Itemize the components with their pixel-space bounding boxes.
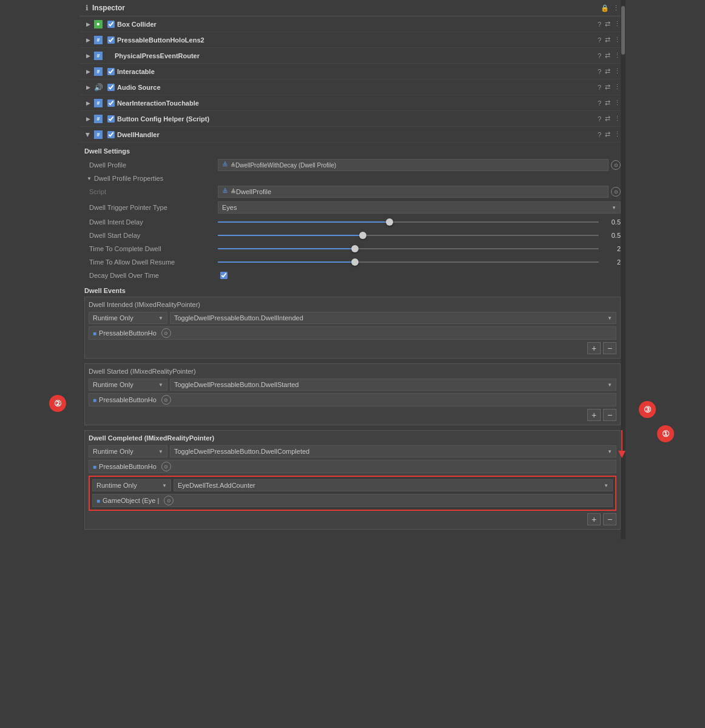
more-icon-interactable[interactable]: ⋮	[614, 67, 621, 75]
lock-icon[interactable]: 🔒	[601, 4, 609, 12]
complete-dwell-label: Time To Complete Dwell	[84, 245, 218, 252]
more-icon-button-config[interactable]: ⋮	[614, 115, 621, 123]
event-object-started[interactable]: ■ PressableButtonHo ⊙	[89, 393, 616, 406]
event-object-add-counter[interactable]: ■ GameObject (Eye | ⊙	[92, 494, 613, 507]
arrow-physical-press: ▶	[84, 52, 92, 59]
object-icon-intended: ■	[93, 330, 96, 337]
help-icon-near-interaction[interactable]: ?	[598, 99, 601, 107]
annotation-number-1: ①	[657, 425, 674, 442]
dwell-profile-object-field[interactable]: ≜ ≜DwellProfileWithDecay (Dwell Profile)	[218, 159, 609, 171]
settings-icon-audio[interactable]: ⇄	[605, 83, 610, 91]
name-dwell-handler: DwellHandler	[117, 131, 598, 138]
menu-icon[interactable]: ⋮	[613, 4, 619, 12]
checkbox-box-collider[interactable]	[107, 21, 115, 28]
help-icon-box-collider[interactable]: ?	[598, 21, 601, 28]
object-target-add-counter[interactable]: ⊙	[164, 496, 174, 505]
component-row-dwell-handler[interactable]: ▶ # DwellHandler ? ⇄ ⋮	[79, 127, 626, 143]
event-remove-btn-intended[interactable]: −	[603, 342, 616, 354]
component-row-near-interaction[interactable]: ▶ # NearInteractionTouchable ? ⇄ ⋮	[79, 95, 626, 111]
complete-dwell-track[interactable]	[218, 248, 599, 249]
component-row-interactable[interactable]: ▶ # Interactable ? ⇄ ⋮	[79, 64, 626, 79]
event-runtime-intended[interactable]: Runtime Only ▼	[89, 312, 167, 324]
event-runtime-started-text: Runtime Only	[93, 381, 133, 388]
start-delay-value-container: 0.5	[218, 232, 621, 239]
component-row-box-collider[interactable]: ▶ ■ Box Collider ? ⇄ ⋮	[79, 16, 626, 32]
intent-delay-track[interactable]	[218, 221, 599, 223]
trigger-type-dropdown[interactable]: Eyes ▼	[218, 201, 621, 214]
settings-icon-interactable[interactable]: ⇄	[605, 67, 610, 75]
component-row-physical-press[interactable]: ▶ # PhysicalPressEventRouter ? ⇄ ⋮	[79, 48, 626, 64]
event-remove-btn-completed[interactable]: −	[603, 513, 616, 525]
start-delay-track[interactable]	[218, 235, 599, 236]
decay-dwell-checkbox[interactable]	[220, 272, 228, 279]
annotation-1-container: ①	[657, 425, 674, 442]
complete-dwell-slider-container: 2	[218, 245, 621, 252]
dwell-profile-label: Dwell Profile	[84, 161, 218, 169]
more-icon-pressable[interactable]: ⋮	[614, 36, 621, 44]
object-target-completed[interactable]: ⊙	[161, 462, 171, 471]
help-icon-physical-press[interactable]: ?	[598, 52, 601, 59]
settings-icon-dwell-handler[interactable]: ⇄	[605, 130, 610, 138]
settings-icon-near-interaction[interactable]: ⇄	[605, 99, 610, 107]
event-runtime-started[interactable]: Runtime Only ▼	[89, 379, 167, 391]
event-handler-add-counter[interactable]: EyeDwellTest.AddCounter ▼	[174, 479, 613, 491]
event-handler-completed-arrow: ▼	[607, 449, 612, 454]
event-group-completed-title: Dwell Completed (IMixedRealityPointer)	[89, 434, 616, 442]
dwell-profile-properties-label: Dwell Profile Properties	[94, 175, 163, 182]
script-object-field[interactable]: ≜ ≜DwellProfile	[218, 186, 609, 198]
component-row-button-config[interactable]: ▶ # Button Config Helper (Script) ? ⇄ ⋮	[79, 111, 626, 127]
icon-near-interaction: #	[93, 98, 103, 108]
event-object-intended[interactable]: ■ PressableButtonHo ⊙	[89, 326, 616, 340]
settings-icon-physical-press[interactable]: ⇄	[605, 52, 610, 59]
event-runtime-add-counter[interactable]: Runtime Only ▼	[92, 479, 171, 491]
help-icon-dwell-handler[interactable]: ?	[598, 131, 601, 138]
object-target-intended[interactable]: ⊙	[161, 328, 171, 338]
event-handler-started[interactable]: ToggleDwellPressableButton.DwellStarted …	[170, 379, 616, 391]
checkbox-audio[interactable]	[107, 84, 115, 91]
checkbox-button-config[interactable]	[107, 115, 115, 123]
event-add-btn-completed[interactable]: +	[587, 513, 601, 525]
dwell-profile-properties-header: ▼ Dwell Profile Properties	[84, 173, 621, 184]
event-runtime-intended-arrow: ▼	[158, 315, 163, 321]
checkbox-dwell-handler[interactable]	[107, 131, 115, 138]
intent-delay-value: 0.5	[602, 218, 621, 226]
allow-resume-thumb[interactable]	[351, 258, 359, 266]
event-add-btn-intended[interactable]: +	[587, 342, 601, 354]
component-row-audio[interactable]: ▶ 🔊 Audio Source ? ⇄ ⋮	[79, 79, 626, 95]
allow-resume-track[interactable]	[218, 261, 599, 263]
checkbox-interactable[interactable]	[107, 68, 115, 75]
more-icon-audio[interactable]: ⋮	[614, 83, 621, 91]
trigger-type-label: Dwell Trigger Pointer Type	[84, 204, 218, 211]
settings-icon-button-config[interactable]: ⇄	[605, 115, 610, 123]
help-icon-audio[interactable]: ?	[598, 84, 601, 91]
help-icon-pressable[interactable]: ?	[598, 36, 601, 44]
script-field-icon: ≜	[222, 187, 228, 196]
event-handler-intended[interactable]: ToggleDwellPressableButton.DwellIntended…	[170, 312, 616, 324]
event-group-started-title: Dwell Started (IMixedRealityPointer)	[89, 368, 616, 375]
start-delay-thumb[interactable]	[359, 232, 366, 239]
settings-icon-pressable[interactable]: ⇄	[605, 36, 610, 44]
component-row-pressable[interactable]: ▶ # PressableButtonHoloLens2 ? ⇄ ⋮	[79, 32, 626, 48]
script-target-button[interactable]: ⊙	[611, 187, 621, 197]
event-remove-btn-started[interactable]: −	[603, 409, 616, 421]
arrow-button-config: ▶	[84, 115, 92, 123]
event-handler-completed[interactable]: ToggleDwellPressableButton.DwellComplete…	[170, 445, 616, 457]
help-icon-interactable[interactable]: ?	[598, 68, 601, 75]
checkbox-pressable[interactable]	[107, 36, 115, 44]
help-icon-button-config[interactable]: ?	[598, 115, 601, 123]
object-target-started[interactable]: ⊙	[161, 395, 171, 405]
more-icon-box-collider[interactable]: ⋮	[614, 20, 621, 28]
complete-dwell-thumb[interactable]	[351, 245, 359, 252]
event-add-btn-started[interactable]: +	[587, 409, 601, 421]
event-object-completed[interactable]: ■ PressableButtonHo ⊙	[89, 460, 616, 473]
event-runtime-completed[interactable]: Runtime Only ▼	[89, 445, 167, 457]
intent-delay-thumb[interactable]	[386, 218, 393, 226]
dwell-profile-target-button[interactable]: ⊙	[611, 160, 621, 170]
settings-icon-box-collider[interactable]: ⇄	[605, 20, 610, 28]
more-icon-physical-press[interactable]: ⋮	[614, 52, 621, 59]
script-label: Script	[84, 188, 218, 195]
icon-pressable: #	[93, 35, 103, 45]
more-icon-near-interaction[interactable]: ⋮	[614, 99, 621, 107]
more-icon-dwell-handler[interactable]: ⋮	[614, 130, 621, 138]
checkbox-near-interaction[interactable]	[107, 99, 115, 107]
